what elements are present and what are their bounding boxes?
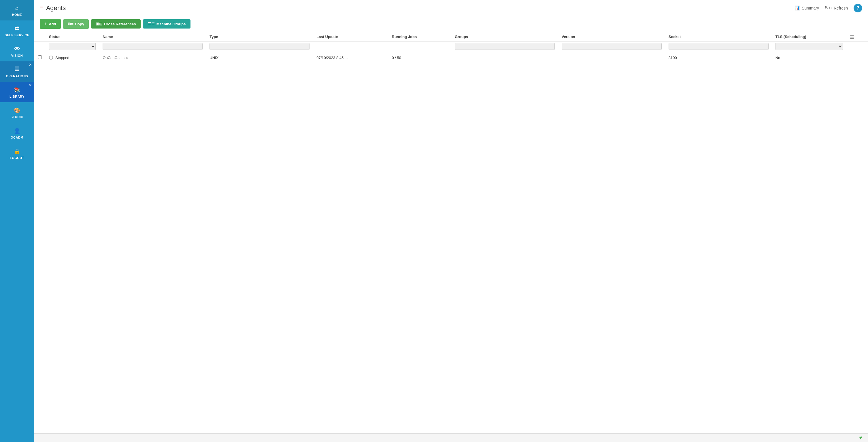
add-button[interactable]: Add — [40, 19, 61, 29]
sidebar-item-library[interactable]: ✕ LIBRARY — [0, 82, 34, 102]
machine-groups-label: Machine Groups — [156, 22, 186, 26]
col-name: Name — [99, 32, 206, 41]
row-checkbox-cell[interactable] — [34, 53, 45, 63]
sidebar-label-library: LIBRARY — [9, 95, 25, 98]
operations-icon — [14, 65, 20, 73]
sidebar-item-logout[interactable]: LOGOUT — [0, 143, 34, 164]
filter-tls-cell[interactable] — [772, 41, 846, 53]
logout-icon — [14, 147, 21, 155]
filter-type-cell[interactable] — [206, 41, 313, 53]
table-container: Status Name Type Last Update Running Job… — [34, 32, 868, 433]
row-checkbox[interactable] — [38, 55, 42, 59]
filter-checkbox-cell — [34, 41, 45, 53]
cross-references-label: Cross References — [104, 22, 136, 26]
status-dot — [49, 56, 53, 60]
col-version: Version — [558, 32, 665, 41]
sidebar-item-operations[interactable]: ✕ OPERATIONS — [0, 61, 34, 82]
machine-groups-button[interactable]: ☰ Machine Groups — [143, 19, 190, 29]
filter-status-cell[interactable] — [45, 41, 99, 53]
col-checkbox — [34, 32, 45, 41]
row-menu-cell — [846, 53, 868, 63]
col-socket: Socket — [665, 32, 772, 41]
help-label: ? — [857, 5, 859, 11]
copy-button[interactable]: ⧉ Copy — [63, 19, 89, 29]
socket-filter[interactable] — [669, 43, 769, 50]
home-icon — [15, 4, 19, 11]
row-status-cell: Stopped — [45, 53, 99, 63]
sidebar-label-home: HOME — [12, 13, 22, 17]
refresh-label: Refresh — [834, 6, 848, 10]
col-groups: Groups — [451, 32, 558, 41]
filter-version-cell[interactable] — [558, 41, 665, 53]
column-menu-icon[interactable]: ☰ — [850, 35, 854, 40]
summary-icon — [795, 5, 800, 11]
col-running-jobs: Running Jobs — [389, 32, 451, 41]
hamburger-icon[interactable] — [40, 5, 43, 11]
cross-ref-icon: ⊞ — [96, 22, 102, 26]
top-header: Agents Summary ↻ Refresh ? — [34, 0, 868, 16]
sidebar-item-home[interactable]: HOME — [0, 0, 34, 21]
page-title-area: Agents — [40, 4, 66, 12]
library-icon — [14, 86, 21, 93]
row-running-jobs: 0 / 50 — [389, 53, 451, 63]
version-filter[interactable] — [562, 43, 662, 50]
status-filter[interactable] — [49, 43, 96, 50]
filter-name-cell[interactable] — [99, 41, 206, 53]
operations-close-btn[interactable]: ✕ — [29, 63, 32, 67]
sidebar-item-vision[interactable]: VISION — [0, 41, 34, 61]
col-type: Type — [206, 32, 313, 41]
copy-icon: ⧉ — [68, 22, 73, 27]
summary-button[interactable]: Summary — [795, 5, 819, 11]
sidebar-label-logout: LOGOUT — [10, 156, 24, 160]
type-filter[interactable] — [210, 43, 310, 50]
row-name[interactable]: OpConOnLinux — [99, 53, 206, 63]
row-last-update: 07/10/2023 8:45 ... — [313, 53, 388, 63]
header-actions: Summary ↻ Refresh ? — [795, 4, 862, 12]
col-menu-header: ☰ — [846, 32, 868, 41]
sidebar-item-self-service[interactable]: SELF SERVICE — [0, 21, 34, 41]
vision-icon — [14, 45, 20, 53]
row-socket: 3100 — [665, 53, 772, 63]
footer: ♥ — [34, 433, 868, 442]
footer-heart-icon: ♥ — [859, 435, 862, 441]
tls-filter[interactable] — [775, 43, 843, 50]
table-row: Stopped OpConOnLinux UNIX 07/10/2023 8:4… — [34, 53, 868, 63]
library-close-btn[interactable]: ✕ — [29, 83, 32, 87]
filter-groups-cell[interactable] — [451, 41, 558, 53]
sidebar-label-self-service: SELF SERVICE — [5, 33, 29, 37]
sidebar-item-studio[interactable]: STUDIO — [0, 102, 34, 123]
add-icon — [44, 21, 47, 27]
status-cell: Stopped — [49, 56, 96, 60]
toolbar: Add ⧉ Copy ⊞ Cross References ☰ Machine … — [34, 16, 868, 32]
filter-running-jobs-cell — [389, 41, 451, 53]
row-type: UNIX — [206, 53, 313, 63]
cross-references-button[interactable]: ⊞ Cross References — [91, 19, 141, 29]
filter-last-update-cell — [313, 41, 388, 53]
add-label: Add — [49, 22, 56, 26]
studio-icon — [14, 106, 21, 114]
col-tls: TLS (Scheduling) — [772, 32, 846, 41]
sidebar-label-vision: VISION — [11, 54, 23, 57]
page-title: Agents — [46, 4, 66, 12]
refresh-button[interactable]: ↻ Refresh — [825, 5, 848, 11]
summary-label: Summary — [802, 6, 819, 10]
filter-menu-cell — [846, 41, 868, 53]
row-groups — [451, 53, 558, 63]
groups-filter[interactable] — [455, 43, 555, 50]
sidebar-item-ocadm[interactable]: OCADM — [0, 123, 34, 143]
refresh-icon: ↻ — [825, 5, 832, 11]
filter-socket-cell[interactable] — [665, 41, 772, 53]
col-status: Status — [45, 32, 99, 41]
name-filter[interactable] — [102, 43, 203, 50]
col-last-update: Last Update — [313, 32, 388, 41]
main-content: Agents Summary ↻ Refresh ? Add ⧉ Copy — [34, 0, 868, 442]
copy-label: Copy — [75, 22, 85, 26]
self-service-icon — [14, 25, 20, 32]
row-tls: No — [772, 53, 846, 63]
sidebar-label-ocadm: OCADM — [11, 136, 23, 139]
row-version — [558, 53, 665, 63]
help-button[interactable]: ? — [854, 4, 862, 12]
sidebar-label-studio: STUDIO — [11, 115, 24, 119]
agents-table: Status Name Type Last Update Running Job… — [34, 32, 868, 63]
row-status: Stopped — [55, 56, 69, 60]
